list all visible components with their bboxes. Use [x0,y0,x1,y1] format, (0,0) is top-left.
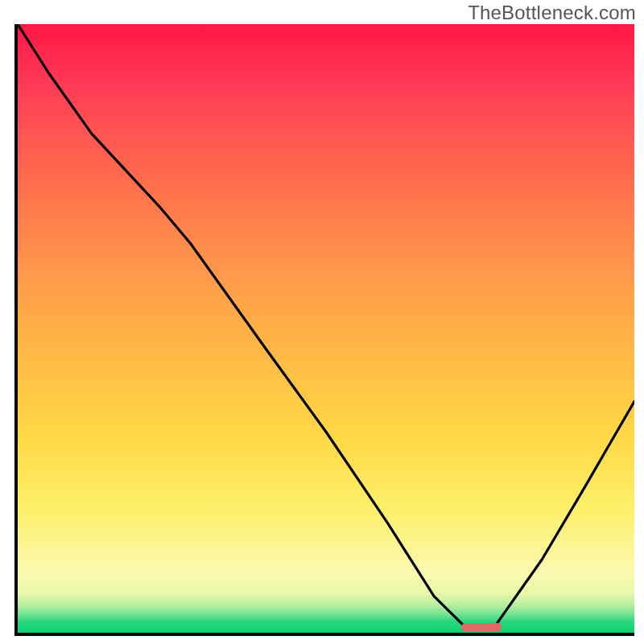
plot-area [14,24,634,636]
watermark-text: TheBottleneck.com [468,2,636,24]
optimal-range-highlight [461,623,502,631]
bottleneck-curve [18,24,634,633]
curve-path [18,24,634,630]
chart-frame: TheBottleneck.com [0,0,644,644]
